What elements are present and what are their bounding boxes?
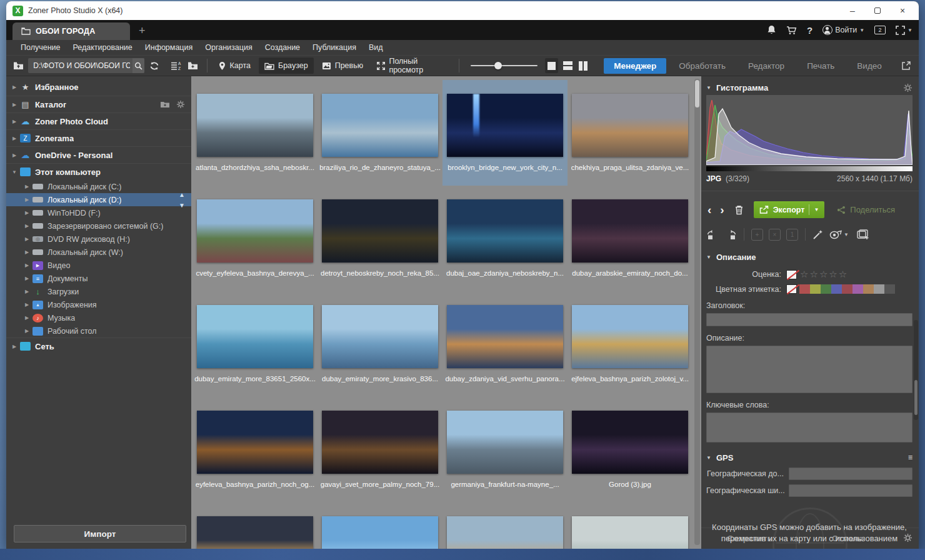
thumbnail-image[interactable] xyxy=(572,94,688,157)
export-dropdown-icon[interactable]: ▼ xyxy=(809,204,823,215)
thumbnail-image[interactable] xyxy=(447,516,563,549)
sort-az-icon[interactable]: AZ xyxy=(169,58,183,73)
quick-edits-button[interactable]: ▼ xyxy=(829,230,849,239)
module-tab-2[interactable]: Обработать xyxy=(669,58,736,74)
thumbnail-cell[interactable]: eyfeleva_bashnya_parizh_noch_og... xyxy=(192,397,318,502)
collapsed-arrow-icon[interactable]: ▶ xyxy=(24,276,30,281)
thumbnail-image[interactable] xyxy=(572,516,688,549)
refresh-icon[interactable] xyxy=(147,58,161,73)
color-label-swatch-5[interactable] xyxy=(842,284,852,294)
add-card-icon[interactable] xyxy=(857,229,869,240)
sidebar-item-zonerama[interactable]: ▶ZZonerama xyxy=(6,129,191,146)
next-image-button[interactable]: › xyxy=(719,204,725,216)
menu-2[interactable]: Редактирование xyxy=(68,41,138,54)
grid-scrollbar[interactable] xyxy=(694,79,700,545)
thumbnail-image[interactable] xyxy=(322,199,438,262)
sidebar-item-зарезервировано-системой-g-[interactable]: ▶Зарезервировано системой (G:) xyxy=(6,219,191,232)
previous-image-button[interactable]: ‹ xyxy=(706,204,712,216)
menu-5[interactable]: Создание xyxy=(259,41,306,54)
maximize-button[interactable] xyxy=(865,2,890,19)
thumbnail-cell[interactable]: dubaj_oae_zdaniya_neboskreby_n... xyxy=(442,186,568,291)
thumbnail-cell[interactable]: dubay_emiraty_more_krasivo_836... xyxy=(318,291,442,397)
slider-thumb[interactable] xyxy=(494,62,502,69)
collapsed-arrow-icon[interactable]: ▶ xyxy=(24,223,30,229)
module-tab-1[interactable]: Менеджер xyxy=(604,58,666,74)
thumbnail-image[interactable] xyxy=(197,199,313,262)
title-input[interactable] xyxy=(706,313,912,326)
collapsed-arrow-icon[interactable]: ▶ xyxy=(11,102,18,108)
sidebar-item-рабочий-стол[interactable]: ▶Рабочий стол xyxy=(6,324,191,338)
collapsed-arrow-icon[interactable]: ▶ xyxy=(24,210,30,216)
tab-oboi-goroda[interactable]: ОБОИ ГОРОДА xyxy=(12,22,130,40)
toolbar-preview-button[interactable]: Превью xyxy=(316,58,369,74)
no-rating-swatch[interactable] xyxy=(786,270,797,279)
menu-3[interactable]: Информация xyxy=(139,41,199,54)
new-tab-button[interactable]: + xyxy=(139,24,146,38)
collapsed-arrow-icon[interactable]: ▶ xyxy=(24,236,30,242)
thumbnail-cell[interactable] xyxy=(568,502,692,549)
second-display-icon[interactable]: 2 xyxy=(874,26,886,34)
color-label-swatch-4[interactable] xyxy=(831,284,842,294)
thumbnail-cell[interactable]: braziliya_rio_de_zhaneyro_statuya_... xyxy=(318,80,442,186)
thumbnail-image[interactable] xyxy=(322,94,438,157)
rotate-left-icon[interactable] xyxy=(706,229,719,240)
collapsed-arrow-icon[interactable]: ▶ xyxy=(24,315,30,321)
thumbnail-image[interactable] xyxy=(197,305,313,368)
minimize-button[interactable]: – xyxy=(840,2,865,19)
description-textarea[interactable] xyxy=(706,346,912,393)
sidebar-item-локальный-диск-d-[interactable]: ▶Локальный диск (D:)▲▼ xyxy=(6,193,191,206)
color-label-swatch-9[interactable] xyxy=(884,284,895,294)
collapsed-arrow-icon[interactable]: ▶ xyxy=(24,289,30,294)
gps-menu-icon[interactable]: ≡ xyxy=(908,453,912,462)
color-label-swatch-1[interactable] xyxy=(799,284,810,294)
sidebar-item-изображения[interactable]: ▶▲Изображения xyxy=(6,298,191,311)
toolbar-map-button[interactable]: Карта xyxy=(213,58,256,74)
thumbnail-image[interactable] xyxy=(322,411,438,474)
no-color-swatch[interactable] xyxy=(786,284,797,294)
color-label-swatch-3[interactable] xyxy=(821,284,831,294)
thumbnail-cell[interactable]: detroyt_neboskreby_noch_reka_85... xyxy=(318,186,442,291)
menu-1[interactable]: Получение xyxy=(15,41,66,54)
thumbnail-image[interactable] xyxy=(322,516,438,549)
thumbnail-image[interactable] xyxy=(447,305,563,368)
sidebar-item-видео[interactable]: ▶▶Видео xyxy=(6,259,191,272)
collapsed-arrow-icon[interactable]: ▶ xyxy=(24,328,30,334)
thumbnail-image[interactable] xyxy=(322,305,438,368)
color-label-swatch-2[interactable] xyxy=(810,284,821,294)
color-label-swatch-6[interactable] xyxy=(852,284,863,294)
thumbnail-cell[interactable]: germaniya_frankfurt-na-mayne_... xyxy=(442,397,568,502)
sidebar-item-dvd-rw-дисковод-h-[interactable]: ▶◎DVD RW дисковод (H:) xyxy=(6,232,191,246)
star-rating[interactable]: ☆☆☆☆☆ xyxy=(800,269,848,280)
open-external-icon[interactable] xyxy=(899,58,914,73)
toolbar-fullview-button[interactable]: Полный просмотр xyxy=(371,58,452,74)
collapsed-arrow-icon[interactable]: ▶ xyxy=(24,249,30,255)
collapsed-arrow-icon[interactable]: ▶ xyxy=(11,344,18,349)
export-button[interactable]: Экспорт ▼ xyxy=(754,201,825,218)
module-tab-4[interactable]: Печать xyxy=(797,58,844,74)
collapsed-arrow-icon[interactable]: ▶ xyxy=(24,262,30,268)
thumbnail-image[interactable] xyxy=(447,199,563,262)
thumbnail-cell[interactable]: ejfeleva_bashnya_parizh_zolotoj_v... xyxy=(568,291,692,397)
sidebar-item-загрузки[interactable]: ▶↓Загрузки xyxy=(6,285,191,298)
sidebar-item-локальный-диск-c-[interactable]: ▶Локальный диск (C:) xyxy=(6,180,191,193)
search-icon[interactable] xyxy=(132,58,144,73)
thumbnail-cell[interactable] xyxy=(442,502,568,549)
thumbnail-cell[interactable]: gavayi_svet_more_palmy_noch_79... xyxy=(318,397,442,502)
thumbnail-image[interactable] xyxy=(197,516,313,549)
close-button[interactable]: × xyxy=(890,2,915,19)
catalog-settings-gear-icon[interactable] xyxy=(176,100,185,109)
thumbnail-cell[interactable]: Gorod (3).jpg xyxy=(568,397,692,502)
sort-order-icon[interactable]: ▲▼ xyxy=(179,192,185,208)
thumbnail-cell[interactable]: chekhiya_praga_ulitsa_zdaniya_ve... xyxy=(568,80,692,186)
help-icon[interactable]: ? xyxy=(807,25,812,36)
sidebar-item-каталог[interactable]: ▶▤Каталог xyxy=(6,96,191,112)
collapsed-arrow-icon[interactable]: ▶ xyxy=(24,302,30,308)
panel-scrollbar[interactable] xyxy=(914,320,918,420)
collapsed-arrow-icon[interactable]: ▶ xyxy=(11,136,18,141)
gps-longitude-input[interactable] xyxy=(789,468,912,480)
toolbar-browser-button[interactable]: Браузер xyxy=(259,58,314,74)
thumbnail-cell[interactable]: dubay_zdaniya_vid_sverhu_panora... xyxy=(442,291,568,397)
collapsed-arrow-icon[interactable]: ▶ xyxy=(11,84,18,90)
view-rows-button[interactable] xyxy=(561,58,574,73)
sidebar-item-локальный-диск-w-[interactable]: ▶Локальный диск (W:) xyxy=(6,246,191,259)
